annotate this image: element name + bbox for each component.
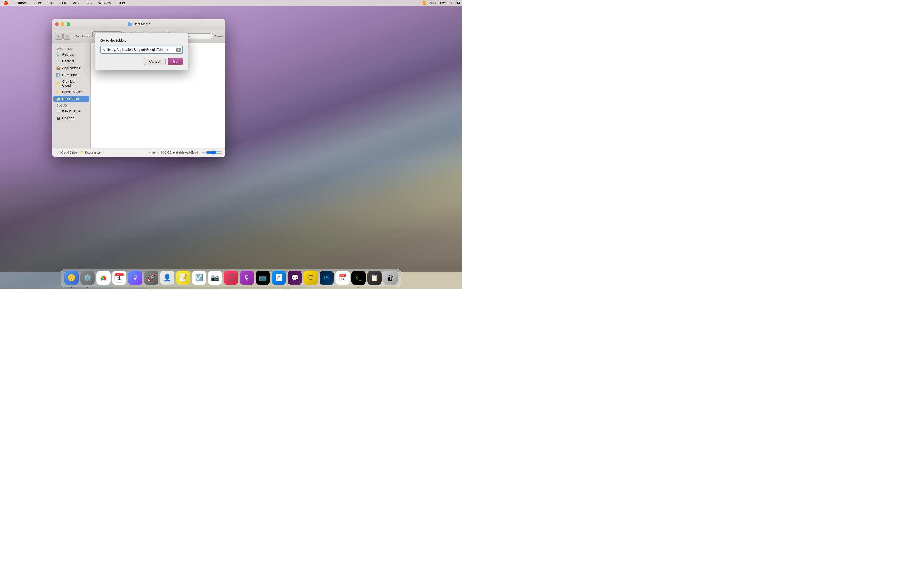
favorites-label: Favorites <box>52 46 90 51</box>
downloads-label: Downloads <box>62 73 78 77</box>
sidebar-item-recents[interactable]: 🕐 Recents <box>53 58 89 64</box>
dock-calendar[interactable]: APR 1 <box>112 271 126 285</box>
status-text: 4 items, 4.06 GB available on iCloud <box>149 151 198 154</box>
goto-input[interactable] <box>103 48 176 52</box>
airdrop-icon: 📡 <box>56 52 60 56</box>
back-button[interactable]: ‹ <box>55 33 63 40</box>
menubar: 🍎 Finder View File Edit View Go Window H… <box>0 0 462 6</box>
dock-calendar-2[interactable]: 📅 <box>336 271 350 285</box>
cancel-button[interactable]: Cancel <box>144 58 165 65</box>
dock-terminal[interactable]: $_ <box>351 271 366 285</box>
documents-label: Documents <box>62 97 79 101</box>
dialog-title: Go to the folder: <box>100 39 183 43</box>
edit-menu-item[interactable]: Edit <box>59 1 67 5</box>
breadcrumb: ☁️ iCloud Drive › 📁 Documents <box>55 151 100 154</box>
dock-rocket-typist[interactable]: 🚀 <box>144 271 158 285</box>
menubar-left: 🍎 Finder View File Edit View Go Window H… <box>2 1 126 5</box>
dock-photos[interactable]: 📷 <box>208 271 222 285</box>
view-menu-item[interactable]: View <box>71 1 81 5</box>
dock-finder[interactable]: 😊 <box>65 271 79 285</box>
downloads-icon: ⬇️ <box>56 73 60 77</box>
close-button[interactable] <box>55 22 58 26</box>
window-menu-item[interactable]: Window <box>97 1 112 5</box>
go-button[interactable]: Go <box>168 58 183 65</box>
dock-system-preferences[interactable]: ⚙️ <box>80 271 95 285</box>
phone-scams-icon: 📁 <box>56 90 60 94</box>
documents-icon: 📁 <box>56 97 60 101</box>
app-name-menu[interactable]: Finder <box>15 1 28 5</box>
applications-icon: 📦 <box>56 66 60 70</box>
airdrop-label: AirDrop <box>62 53 73 56</box>
icloud-label: iCloud <box>52 103 90 108</box>
breadcrumb-folder-label: Documents <box>85 151 100 154</box>
zoom-slider[interactable]: — <box>202 151 222 154</box>
back-forward-label: Back/Forward <box>75 35 91 38</box>
dock-siri[interactable]: 🎙 <box>128 271 142 285</box>
menubar-right: 📶 88% Wed 9:11 PM <box>422 1 460 5</box>
help-menu-item[interactable]: Help <box>116 1 126 5</box>
go-menu-item[interactable]: Go <box>86 1 93 5</box>
dock-slack[interactable]: 💬 <box>288 271 302 285</box>
apple-menu[interactable]: 🍎 <box>2 1 9 5</box>
maximize-button[interactable] <box>66 22 70 26</box>
icloud-drive-icon: ☁️ <box>56 109 60 113</box>
creative-cloud-icon: 📁 <box>56 81 60 86</box>
sidebar-item-phone-scams[interactable]: 📁 Phone Scams <box>53 89 89 95</box>
goto-dropdown-btn[interactable]: ▾ <box>176 48 181 52</box>
forward-button[interactable]: › <box>63 33 71 40</box>
breadcrumb-sep: › <box>78 151 79 154</box>
sidebar-item-icloud-drive[interactable]: ☁️ iCloud Drive <box>53 108 89 114</box>
file-menu-item[interactable]: File <box>47 1 55 5</box>
sidebar-item-downloads[interactable]: ⬇️ Downloads <box>53 72 89 78</box>
sidebar-item-desktop[interactable]: 🖥 Desktop <box>53 115 89 121</box>
recents-icon: 🕐 <box>56 59 60 63</box>
window-title: Documents <box>128 22 150 26</box>
breadcrumb-icloud-icon: ☁️ <box>55 151 60 154</box>
desktop-icon: 🖥 <box>56 116 60 120</box>
breadcrumb-icloud-label: iCloud Drive <box>60 151 77 154</box>
goto-input-wrapper: ▾ <box>100 46 183 53</box>
dock-apple-tv[interactable]: 📺 <box>256 271 270 285</box>
dock-trash[interactable]: 🗑 <box>383 271 397 285</box>
wifi-icon: 📶 <box>422 1 426 5</box>
breadcrumb-folder-icon: 📁 <box>80 151 84 154</box>
nav-buttons: ‹ › <box>55 33 71 40</box>
dock-norton[interactable]: 🛡 <box>304 271 318 285</box>
minimize-button[interactable] <box>61 22 65 26</box>
sidebar: Favorites 📡 AirDrop 🕐 Recents 📦 Applicat… <box>52 44 91 148</box>
window-controls <box>55 22 70 26</box>
finder-window: Documents ‹ › Back/Forward ⊞ ≡ ⋮⋮ ⊡ View <box>52 19 226 156</box>
goto-dialog: Go to the folder: ▾ Cancel Go <box>95 33 188 70</box>
sidebar-item-creative-cloud[interactable]: 📁 Creative Cloud... <box>53 79 89 89</box>
dock-notes[interactable]: 📝 <box>176 271 190 285</box>
battery-status: 88% <box>430 1 436 5</box>
dialog-buttons: Cancel Go <box>100 58 183 65</box>
status-bar: ☁️ iCloud Drive › 📁 Documents 4 items, 4… <box>52 148 226 156</box>
recents-label: Recents <box>62 60 74 63</box>
dock-contacts[interactable]: 👤 <box>160 271 174 285</box>
desktop-label: Desktop <box>62 116 74 120</box>
dock-reminders[interactable]: ☑️ <box>192 271 206 285</box>
file-menu[interactable]: View <box>32 1 42 5</box>
desktop: 🍎 Finder View File Edit View Go Window H… <box>0 0 462 288</box>
dock: 😊 ⚙️ APR 1 🎙 <box>61 269 401 287</box>
creative-cloud-label: Creative Cloud... <box>62 80 87 87</box>
dock-app-store[interactable]: 🅰 <box>272 271 286 285</box>
phone-scams-label: Phone Scams <box>62 90 83 94</box>
dock-photoshop[interactable]: Ps <box>320 271 334 285</box>
sidebar-item-documents[interactable]: 📁 Documents <box>53 96 89 102</box>
dock-chrome[interactable] <box>96 271 111 285</box>
dock-music[interactable]: 🎵 <box>224 271 238 285</box>
zoom-range[interactable] <box>206 151 222 154</box>
dock-list-app[interactable]: 📋 <box>367 271 382 285</box>
window-titlebar: Documents <box>52 19 226 29</box>
clock: Wed 9:11 PM <box>440 1 460 5</box>
dock-podcasts[interactable]: 🎙 <box>240 271 254 285</box>
sidebar-item-airdrop[interactable]: 📡 AirDrop <box>53 51 89 58</box>
sidebar-item-applications[interactable]: 📦 Applications <box>53 65 89 71</box>
folder-icon <box>128 23 132 26</box>
search-label: Search <box>215 35 223 38</box>
icloud-drive-label: iCloud Drive <box>62 110 80 113</box>
applications-label: Applications <box>62 66 80 70</box>
